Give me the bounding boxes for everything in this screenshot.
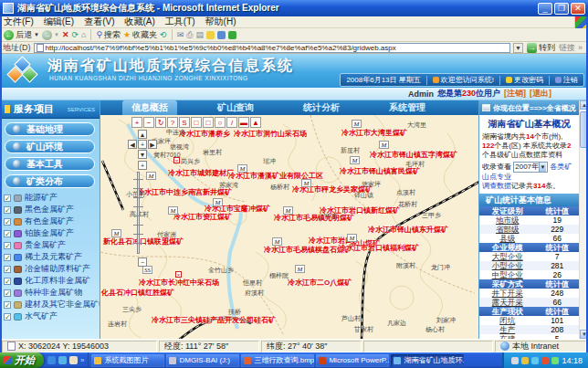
mine-label[interactable]: 冷水江市大湾里煤矿 [341, 128, 407, 138]
maximize-button[interactable]: ❐ [554, 3, 569, 15]
stop-icon[interactable]: S [179, 117, 190, 128]
checkbox-checked-icon[interactable]: ✓ [4, 254, 11, 261]
taskbar-button[interactable]: 系统截图图片 [91, 354, 164, 367]
mine-marker[interactable]: M [379, 141, 389, 149]
volume-tray-icon[interactable] [531, 357, 539, 364]
history-button[interactable]: ⟲ [160, 30, 167, 40]
map-viewport[interactable]: 冷水江市潘桥乡冷水江市洞竹山采石场冷水江市城郊建材厂冷水江市潘溪矿业有限公工区冷… [100, 115, 478, 339]
menu-item[interactable]: 收藏(A) [124, 16, 154, 28]
search-button[interactable]: ⚲ 搜索 [96, 29, 121, 41]
tab-3[interactable]: 系统管理 [380, 100, 435, 115]
stats-label[interactable]: 县级 [479, 234, 535, 243]
zoom-plus-button[interactable]: + [138, 161, 147, 170]
poi-marker[interactable]: × [173, 157, 180, 163]
start-button[interactable]: 开始 [0, 352, 44, 368]
mineral-layer-item[interactable]: ✓稀土及元素矿产 [0, 251, 100, 263]
mineral-layer-item[interactable]: ✓铂族金属矿产 [0, 227, 100, 239]
taskbar-button[interactable]: 湖南省矿山地质环... [391, 354, 464, 367]
mineral-layer-item[interactable]: ✓能源矿产 [0, 192, 100, 204]
sidebar-group-button[interactable]: 基础地理 [5, 122, 95, 136]
identify-icon[interactable]: ? [167, 117, 178, 128]
address-dropdown[interactable]: ▼ [513, 43, 523, 53]
query-zoom-icon[interactable]: ○ [215, 117, 226, 128]
logout-link[interactable]: 注销 [555, 75, 578, 85]
select-box-icon[interactable]: □ [191, 117, 202, 128]
mineral-layer-item[interactable]: ✓贵金属矿产 [0, 239, 100, 251]
taskbar-button[interactable]: Microsoft PowerP... [316, 354, 389, 367]
stats-label[interactable]: 闭坑 [479, 316, 535, 325]
checkbox-checked-icon[interactable]: ✓ [4, 195, 11, 202]
safety-tray-icon[interactable] [521, 357, 529, 364]
stats-label[interactable]: 省部级 [479, 225, 535, 234]
exit-link[interactable]: [退出] [530, 88, 551, 100]
im-tray-icon[interactable] [551, 357, 559, 364]
mine-label[interactable]: 冷水江市铎山镇五字湾煤矿 [370, 150, 457, 160]
menu-item[interactable]: 查看(V) [84, 16, 114, 28]
mine-marker[interactable]: M [283, 206, 293, 215]
pan-up-button[interactable]: ▲ [138, 130, 147, 139]
mine-label[interactable]: 化县石冲口镇红胜煤矿 [101, 288, 174, 298]
sidebar-group-button[interactable]: 矿山环境 [5, 140, 95, 153]
mine-marker[interactable]: M [352, 120, 362, 128]
clear-selection-icon[interactable]: □ [203, 117, 214, 128]
stats-label[interactable]: 地市级 [479, 216, 535, 225]
eraser-icon[interactable]: ▬ [238, 117, 249, 128]
mineral-layer-item[interactable]: ✓有色金属矿产 [0, 216, 100, 227]
mine-marker[interactable]: M [237, 164, 247, 173]
favorites-button[interactable]: ★ 收藏夹 [123, 29, 157, 41]
home-button[interactable]: ⌂ [81, 30, 86, 40]
mine-label[interactable]: 冷水江市资江煤矿 [173, 212, 232, 222]
stats-label[interactable]: 露天开采 [479, 298, 535, 307]
messenger-button[interactable] [228, 31, 236, 39]
mine-marker[interactable]: M [347, 234, 357, 242]
measure-icon[interactable]: / [226, 117, 237, 128]
menu-item[interactable]: 帮助(H) [205, 16, 236, 28]
checkbox-checked-icon[interactable]: ✓ [4, 289, 11, 297]
tab-0[interactable]: 信息概括 [122, 100, 177, 115]
discuss-button[interactable] [217, 31, 226, 39]
quicklaunch-expand-icon[interactable]: » [80, 356, 84, 364]
mineral-layer-item[interactable]: ✓黑色金属矿产 [0, 204, 100, 216]
taskbar-button[interactable]: DMGIS-BAI (J:) [166, 354, 239, 367]
change-password-link[interactable]: 更改密码 [506, 75, 543, 85]
mail-button[interactable]: ✉ [177, 30, 184, 40]
mine-marker[interactable]: M [295, 265, 305, 273]
checkbox-checked-icon[interactable]: ✓ [4, 242, 11, 249]
mineral-layer-item[interactable]: ✓水气矿产 [0, 310, 100, 322]
sidebar-group-button[interactable]: 矿类分布 [5, 174, 95, 188]
taskbar-button[interactable]: 三维行政查询.bmp... [241, 354, 314, 367]
poi-marker[interactable]: × [175, 271, 182, 278]
refresh-button[interactable]: ⟳ [71, 30, 79, 40]
mine-marker[interactable]: M [272, 237, 282, 246]
logout-link-2[interactable]: [注销] [504, 88, 526, 100]
menu-item[interactable]: 文件(F) [4, 16, 34, 28]
mine-marker[interactable]: M [111, 229, 121, 237]
checkbox-checked-icon[interactable]: ✓ [4, 278, 11, 285]
menu-item[interactable]: 工具(T) [165, 16, 195, 28]
zoom-minus-button[interactable]: − [138, 258, 147, 267]
stats-label[interactable]: 井下开采 [479, 289, 535, 298]
mine-marker[interactable]: M [146, 172, 156, 180]
tab-1[interactable]: 矿山查询 [208, 100, 263, 115]
mine-label[interactable]: 冷水江市城郊建材厂 [168, 168, 234, 178]
mine-marker[interactable]: M [301, 179, 311, 187]
checkbox-checked-icon[interactable]: ✓ [4, 301, 11, 309]
links-label[interactable]: 链接 [559, 42, 575, 54]
checkbox-checked-icon[interactable]: ✓ [4, 266, 11, 273]
mine-label[interactable]: 冷水江市潘桥乡 [179, 129, 230, 139]
antivirus-tray-icon[interactable] [541, 357, 549, 364]
mine-label[interactable]: 冷水江市中连乡南宫新井煤矿 [137, 187, 232, 197]
stop-button[interactable]: ✕ [62, 30, 69, 40]
checkbox-checked-icon[interactable]: ✓ [4, 230, 11, 237]
zoom-out-icon[interactable]: − [143, 117, 154, 128]
close-button[interactable]: ✕ [571, 3, 585, 15]
mineral-layer-item[interactable]: ✓冶金辅助原料矿产 [0, 263, 100, 275]
mine-label[interactable]: 冷水江市二O八煤矿 [288, 278, 352, 288]
edit-button[interactable]: ▤ [195, 30, 204, 40]
mine-marker[interactable]: M [350, 156, 360, 164]
mine-label[interactable]: 冷水江市三尖镇硅产品开发公司硅石矿 [152, 315, 276, 325]
year-select[interactable]: 2007年▼ [513, 162, 548, 173]
sidebar-group-button[interactable]: 基本工具 [5, 157, 95, 171]
mine-marker[interactable]: SS [142, 266, 152, 274]
zoom-slider[interactable] [137, 172, 140, 254]
